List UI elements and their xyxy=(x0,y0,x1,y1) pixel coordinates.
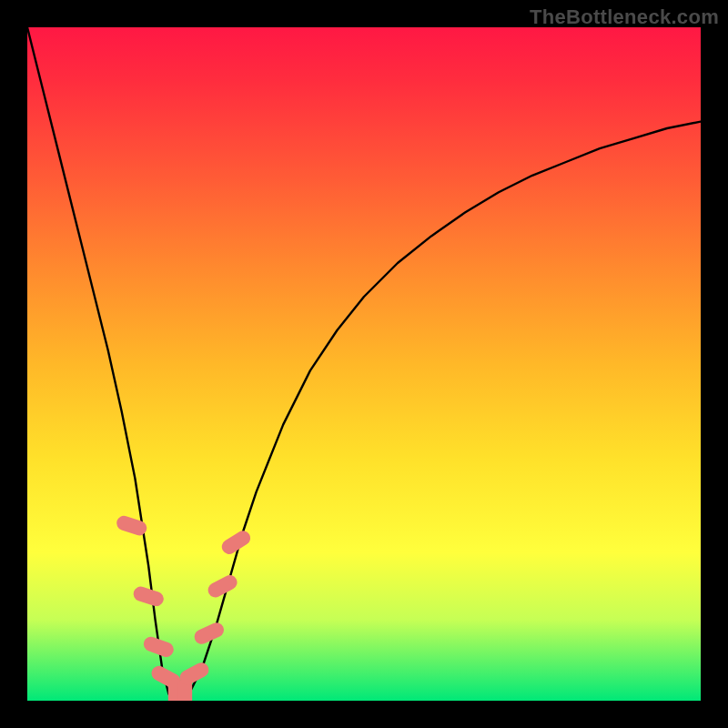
chart-svg xyxy=(27,27,701,701)
watermark-text: TheBottleneck.com xyxy=(530,5,719,29)
marker-group xyxy=(115,514,253,701)
chart-stage: TheBottleneck.com xyxy=(0,0,728,728)
curve-marker xyxy=(192,621,227,647)
curve-line xyxy=(27,27,701,701)
curve-marker xyxy=(132,584,166,608)
curve-marker xyxy=(115,514,148,538)
curve-marker xyxy=(206,572,240,600)
plot-area xyxy=(27,27,701,701)
